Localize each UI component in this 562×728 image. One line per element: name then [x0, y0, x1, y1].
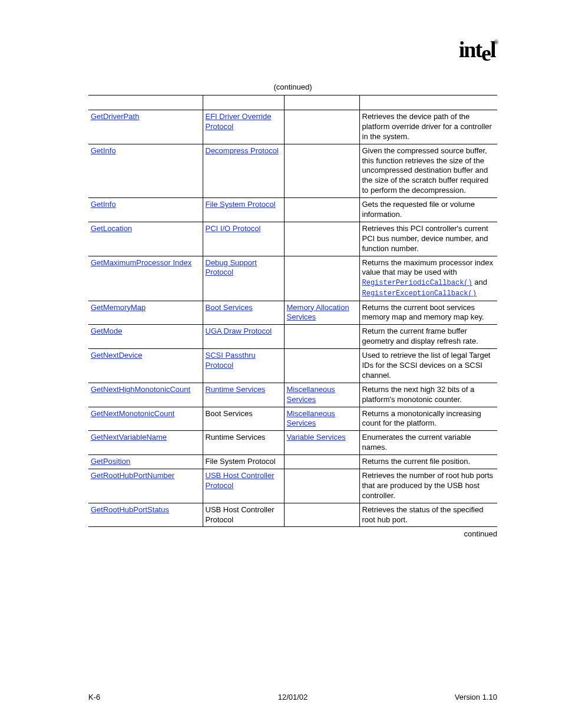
function-link[interactable]: GetLocation [91, 224, 132, 233]
function-link[interactable]: GetMemoryMap [91, 303, 146, 312]
description-cell: Returns the maximum processor index valu… [359, 256, 497, 301]
function-link[interactable]: GetDriverPath [91, 112, 139, 121]
description-cell: Retrieves the status of the specified ro… [359, 503, 497, 527]
subservice-link[interactable]: Memory Allocation Services [287, 303, 349, 322]
table-row: GetRootHubPortStatusUSB Host Controller … [88, 503, 497, 527]
description-cell: Given the compressed source buffer, this… [359, 144, 497, 197]
function-link[interactable]: GetNextHighMonotonicCount [91, 385, 190, 394]
table-caption: (continued) [88, 83, 497, 91]
service-link[interactable]: Decompress Protocol [206, 146, 279, 155]
table-row: GetNextHighMonotonicCountRuntime Service… [88, 383, 497, 407]
function-link[interactable]: GetRootHubPortNumber [91, 471, 174, 480]
description-cell: Retrieves this PCI controller's current … [359, 222, 497, 256]
footer-center: 12/01/02 [88, 693, 497, 701]
table-row: GetNextMonotonicCountBoot ServicesMiscel… [88, 407, 497, 431]
service-link: USB Host Controller Protocol [206, 505, 275, 524]
function-link[interactable]: GetNextMonotonicCount [91, 409, 174, 418]
service-link[interactable]: Debug Support Protocol [206, 258, 257, 277]
function-link[interactable]: GetMode [91, 327, 122, 335]
description-cell: Retrieves the number of root hub ports t… [359, 469, 497, 503]
col-service [203, 95, 284, 110]
description-cell: Returns a monotonically increasing count… [359, 407, 497, 431]
function-link[interactable]: GetInfo [91, 200, 116, 209]
service-link: File System Protocol [206, 457, 276, 466]
service-link[interactable]: USB Host Controller Protocol [206, 471, 275, 490]
description-cell: Return the current frame buffer geometry… [359, 325, 497, 349]
service-link[interactable]: Runtime Services [206, 385, 266, 394]
col-subservice [284, 95, 359, 110]
function-link[interactable]: GetNextDevice [91, 351, 142, 360]
description-cell: Used to retrieve the list of legal Targe… [359, 349, 497, 383]
function-table: GetDriverPathEFI Driver Override Protoco… [88, 95, 497, 527]
service-link[interactable]: Boot Services [206, 303, 253, 312]
description-cell: Retrieves the device path of the platfor… [359, 110, 497, 144]
footer-right: Version 1.10 [455, 693, 497, 701]
code-ref[interactable]: RegisterExceptionCallback() [362, 289, 477, 298]
service-link[interactable]: UGA Draw Protocol [206, 327, 272, 335]
col-function [88, 95, 203, 110]
table-row: GetMaximumProcessor IndexDebug Support P… [88, 256, 497, 301]
description-cell: Returns the current file position. [359, 455, 497, 469]
subservice-link[interactable]: Miscellaneous Services [287, 409, 335, 428]
description-cell: Gets the requested file or volume inform… [359, 198, 497, 222]
service-link[interactable]: PCI I/O Protocol [206, 224, 261, 233]
subservice-link[interactable]: Variable Services [287, 433, 346, 442]
function-link[interactable]: GetRootHubPortStatus [91, 505, 169, 514]
function-link[interactable]: GetPosition [91, 457, 130, 466]
table-row: GetLocationPCI I/O ProtocolRetrieves thi… [88, 222, 497, 256]
col-description [359, 95, 497, 110]
continued-note: continued [88, 529, 497, 538]
table-row: GetNextVariableNameRuntime ServicesVaria… [88, 431, 497, 455]
table-row: GetMemoryMapBoot ServicesMemory Allocati… [88, 301, 497, 325]
table-row: GetInfoFile System ProtocolGets the requ… [88, 198, 497, 222]
description-cell: Returns the next high 32 bits of a platf… [359, 383, 497, 407]
table-row: GetDriverPathEFI Driver Override Protoco… [88, 110, 497, 144]
subservice-link[interactable]: Miscellaneous Services [287, 385, 335, 404]
service-link[interactable]: SCSI Passthru Protocol [206, 351, 256, 370]
description-cell: Enumerates the current variable names. [359, 431, 497, 455]
table-row: GetInfoDecompress ProtocolGiven the comp… [88, 144, 497, 197]
function-link[interactable]: GetMaximumProcessor Index [91, 258, 191, 267]
table-row: GetPositionFile System ProtocolReturns t… [88, 455, 497, 469]
function-link[interactable]: GetNextVariableName [91, 433, 167, 442]
function-link[interactable]: GetInfo [91, 146, 116, 155]
service-link: Runtime Services [206, 433, 266, 442]
table-row: GetRootHubPortNumberUSB Host Controller … [88, 469, 497, 503]
service-link[interactable]: File System Protocol [206, 200, 276, 209]
code-ref[interactable]: RegisterPeriodicCallback() [362, 279, 472, 287]
service-link[interactable]: EFI Driver Override Protocol [206, 112, 272, 131]
description-cell: Returns the current boot services memory… [359, 301, 497, 325]
page: intel® (continued) GetDriverPathEFI Driv… [0, 0, 562, 728]
service-link: Boot Services [206, 409, 253, 418]
table-row: GetModeUGA Draw ProtocolReturn the curre… [88, 325, 497, 349]
table-row: GetNextDeviceSCSI Passthru ProtocolUsed … [88, 349, 497, 383]
intel-logo: intel® [459, 37, 498, 62]
